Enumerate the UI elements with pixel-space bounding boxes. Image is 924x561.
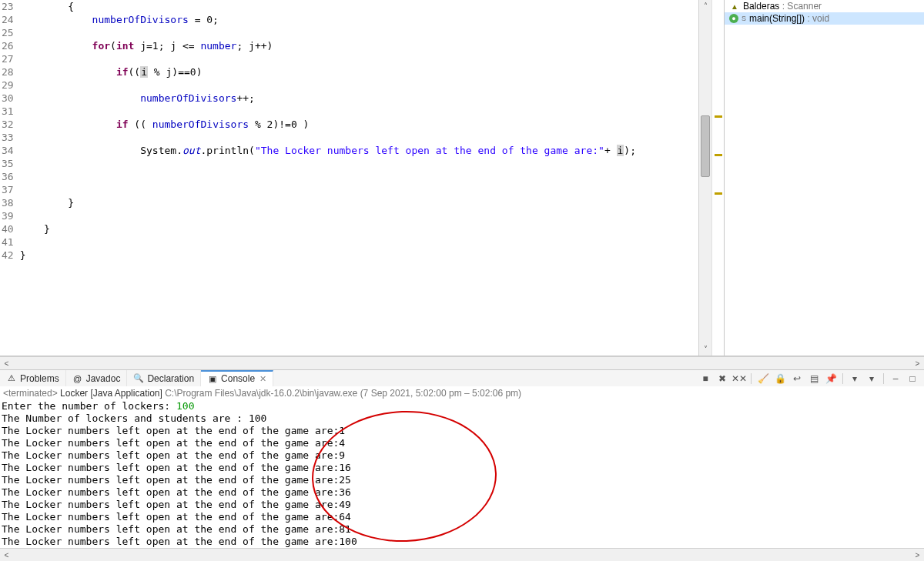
scroll-right-arrow-icon[interactable]: > (911, 549, 924, 561)
tab-label: Console (221, 373, 255, 384)
scroll-left-arrow-icon[interactable]: < (0, 357, 13, 369)
hand-drawn-annotation (310, 408, 499, 545)
word-wrap-icon[interactable]: ↩ (790, 372, 804, 386)
close-icon[interactable]: ✕ (259, 374, 266, 384)
outline-item[interactable]: ●Smain(String[]) : void (725, 12, 924, 25)
outline-view[interactable]: ▲Balderas : Scanner●Smain(String[]) : vo… (724, 0, 924, 356)
field-icon: ▲ (729, 1, 740, 12)
stop-icon[interactable]: ■ (698, 372, 712, 386)
tab-label: Javadoc (86, 373, 121, 384)
show-console-icon[interactable]: ▤ (807, 372, 821, 386)
tab-label: Declaration (147, 373, 194, 384)
line-number-gutter: 2324252627282930313233343536373839404142 (0, 0, 17, 356)
clear-icon[interactable]: 🧹 (756, 372, 770, 386)
scroll-lock-icon[interactable]: 🔒 (773, 372, 787, 386)
scroll-left-arrow-icon[interactable]: < (0, 549, 13, 561)
tab-console[interactable]: ▣Console✕ (201, 370, 273, 386)
separator (883, 373, 884, 384)
maximize-icon[interactable]: □ (906, 372, 919, 386)
remove-launch-icon[interactable]: ✖ (715, 372, 729, 386)
pin-icon[interactable]: 📌 (824, 372, 838, 386)
remove-all-icon[interactable]: ✕✕ (732, 372, 746, 386)
bottom-panel-tabs: ⚠Problems@Javadoc🔍Declaration▣Console✕■✖… (0, 369, 924, 386)
scroll-down-arrow-icon[interactable]: ˅ (699, 343, 711, 356)
outline-item[interactable]: ▲Balderas : Scanner (725, 0, 924, 12)
tab-problems[interactable]: ⚠Problems (0, 370, 66, 386)
tab-label: Problems (20, 373, 59, 384)
minimize-icon[interactable]: – (889, 372, 902, 386)
outline-item-label: main(String[]) : void (749, 13, 829, 24)
tab-javadoc[interactable]: @Javadoc (66, 370, 128, 386)
console-status-line: <terminated> Locker [Java Application] C… (0, 386, 924, 400)
editor-horizontal-scrollbar[interactable]: < > (0, 356, 924, 369)
code-area[interactable]: { numberOfDivisors = 0; for(int j=1; j <… (17, 0, 698, 356)
overview-ruler[interactable] (711, 0, 724, 356)
console-horizontal-scrollbar[interactable]: < > (0, 548, 924, 561)
console-toolbar: ■✖✕✕🧹🔒↩▤📌▾▾–□ (698, 372, 924, 386)
method-public-icon: ● (729, 14, 738, 23)
console-output[interactable]: Enter the number of lockers: 100 The Num… (0, 400, 924, 548)
declaration-icon: 🔍 (133, 373, 144, 384)
separator (842, 373, 843, 384)
scroll-right-arrow-icon[interactable]: > (911, 357, 924, 369)
code-editor[interactable]: 2324252627282930313233343536373839404142… (0, 0, 724, 356)
problems-icon: ⚠ (6, 373, 17, 384)
scroll-thumb[interactable] (701, 115, 710, 177)
open-console-dropdown-icon[interactable]: ▾ (865, 372, 879, 386)
display-selected-icon[interactable]: ▾ (848, 372, 862, 386)
separator (751, 373, 752, 384)
editor-vertical-scrollbar[interactable]: ˄ ˅ (698, 0, 711, 356)
tab-declaration[interactable]: 🔍Declaration (127, 370, 201, 386)
javadoc-icon: @ (72, 373, 83, 384)
scroll-up-arrow-icon[interactable]: ˄ (699, 0, 711, 12)
outline-item-label: Balderas : Scanner (743, 1, 822, 12)
console-icon: ▣ (207, 373, 218, 384)
